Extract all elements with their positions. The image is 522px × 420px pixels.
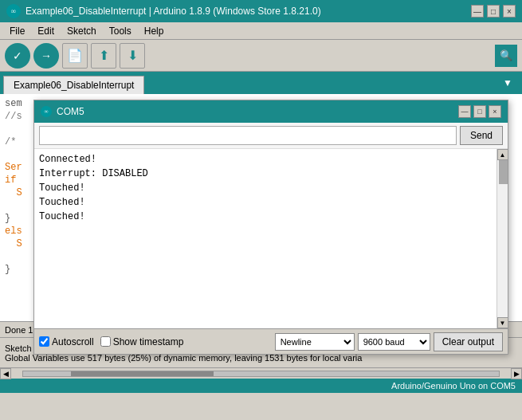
- output-line-touched-2: Touched!: [39, 195, 492, 210]
- output-line-touched-1: Touched!: [39, 181, 492, 195]
- window-title: Example06_DisableInterrupt | Arduino 1.8…: [26, 6, 321, 17]
- dialog-content-wrapper: Connected! Interrupt: DISABLED Touched! …: [34, 149, 508, 328]
- save-button[interactable]: ⬇: [120, 43, 145, 69]
- scroll-thumb[interactable]: [71, 371, 214, 376]
- tab-dropdown-button[interactable]: ▼: [496, 74, 519, 92]
- baud-select[interactable]: 9600 baud 300 baud 115200 baud: [358, 333, 430, 351]
- dialog-serial-input[interactable]: [39, 126, 457, 145]
- clear-output-button[interactable]: Clear output: [434, 332, 503, 351]
- status-text: Done 1: [5, 325, 33, 335]
- minimize-button[interactable]: —: [471, 5, 484, 18]
- menu-sketch[interactable]: Sketch: [61, 24, 103, 38]
- open-button[interactable]: ⬆: [91, 43, 116, 69]
- horizontal-scrollbar[interactable]: ◀ ▶: [0, 367, 522, 379]
- dialog-controls: — □ ×: [458, 105, 501, 118]
- dialog-minimize-button[interactable]: —: [458, 105, 471, 118]
- menu-tools[interactable]: Tools: [103, 24, 138, 38]
- output-line-connected: Connected!: [39, 152, 492, 167]
- output-line-touched-3: Touched!: [39, 210, 492, 224]
- dialog-logo: ∞: [41, 106, 52, 117]
- newline-select[interactable]: Newline No line ending Carriage return B…: [275, 333, 355, 351]
- dialog-send-button[interactable]: Send: [460, 126, 503, 145]
- autoscroll-text: Autoscroll: [52, 336, 94, 347]
- menu-edit[interactable]: Edit: [31, 24, 61, 38]
- vscroll-track: [497, 160, 508, 317]
- footer-right: Newline No line ending Carriage return B…: [275, 332, 503, 351]
- scroll-left-arrow[interactable]: ◀: [0, 368, 11, 379]
- window-controls: — □ ×: [471, 5, 516, 18]
- menu-help[interactable]: Help: [138, 24, 171, 38]
- scroll-right-arrow[interactable]: ▶: [511, 368, 522, 379]
- menu-bar: File Edit Sketch Tools Help: [0, 22, 522, 40]
- close-button[interactable]: ×: [503, 5, 516, 18]
- upload-button[interactable]: →: [33, 43, 59, 69]
- dialog-title-text: COM5: [57, 106, 84, 117]
- vscroll-up-arrow[interactable]: ▲: [497, 149, 508, 160]
- vscroll-down-arrow[interactable]: ▼: [497, 317, 508, 328]
- app-logo: ∞: [6, 4, 21, 18]
- toolbar: ✓ → 📄 ⬆ ⬇ 🔍: [0, 40, 522, 72]
- dialog-output: Connected! Interrupt: DISABLED Touched! …: [34, 149, 496, 328]
- title-bar-left: ∞ Example06_DisableInterrupt | Arduino 1…: [6, 4, 321, 18]
- dialog-close-button[interactable]: ×: [489, 105, 501, 118]
- dialog-input-row: Send: [34, 123, 508, 149]
- toolbar-right: 🔍: [495, 45, 517, 67]
- scroll-track[interactable]: [22, 371, 500, 377]
- status-bottom: Arduino/Genuino Uno on COM5: [0, 379, 522, 393]
- new-button[interactable]: 📄: [62, 43, 88, 69]
- tab-example06[interactable]: Example06_DisableInterrupt: [3, 76, 144, 94]
- dialog-title-bar: ∞ COM5 — □ ×: [34, 100, 508, 123]
- timestamp-text: Show timestamp: [113, 336, 184, 347]
- verify-button[interactable]: ✓: [5, 43, 30, 69]
- dialog-footer: Autoscroll Show timestamp Newline No lin…: [34, 328, 508, 354]
- maximize-button[interactable]: □: [487, 5, 500, 18]
- output-line-interrupt: Interrupt: DISABLED: [39, 167, 492, 181]
- title-bar: ∞ Example06_DisableInterrupt | Arduino 1…: [0, 0, 522, 22]
- timestamp-checkbox[interactable]: [100, 336, 111, 347]
- search-button[interactable]: 🔍: [495, 45, 517, 67]
- com5-dialog: ∞ COM5 — □ × Send Connected! Interrupt: …: [33, 100, 508, 355]
- dialog-vertical-scrollbar[interactable]: ▲ ▼: [496, 149, 508, 328]
- status-bottom-text: Arduino/Genuino Uno on COM5: [391, 381, 516, 391]
- vscroll-thumb[interactable]: [499, 160, 508, 184]
- menu-file[interactable]: File: [3, 24, 31, 38]
- autoscroll-checkbox[interactable]: [39, 336, 49, 347]
- timestamp-label[interactable]: Show timestamp: [100, 336, 184, 347]
- dialog-title-left: ∞ COM5: [41, 106, 84, 117]
- autoscroll-label[interactable]: Autoscroll: [39, 336, 94, 347]
- dialog-maximize-button[interactable]: □: [473, 105, 486, 118]
- tab-bar: Example06_DisableInterrupt ▼: [0, 72, 522, 94]
